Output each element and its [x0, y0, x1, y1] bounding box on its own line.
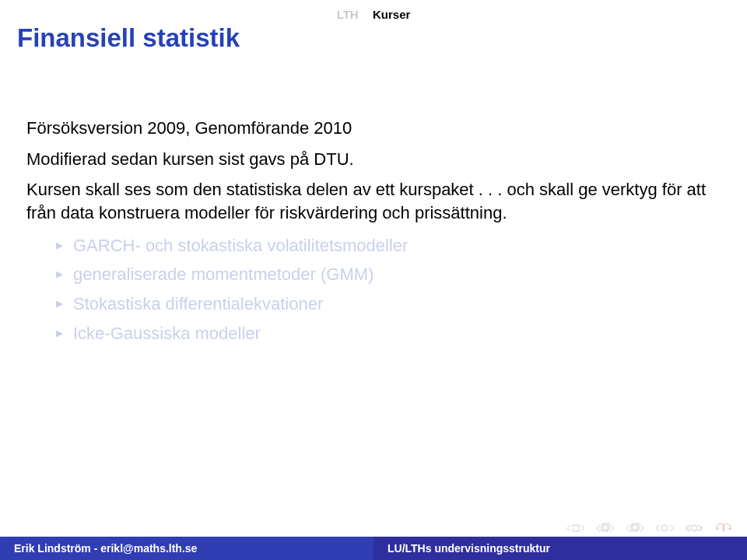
list-item-text: GARCH- och stokastiska volatilitetsmodel…: [73, 234, 721, 257]
slide-body: Försöksversion 2009, Genomförande 2010 M…: [26, 117, 721, 352]
triangle-bullet-icon: ▸: [56, 322, 73, 345]
triangle-bullet-icon: ▸: [56, 234, 73, 257]
list-item: ▸ Icke-Gaussiska modeller: [56, 322, 721, 345]
triangle-bullet-icon: ▸: [56, 292, 73, 316]
svg-rect-1: [601, 525, 608, 531]
nav-frame-group[interactable]: [594, 523, 616, 534]
footline-title: LU/LTHs undervisningsstruktur: [374, 537, 747, 560]
list-item-text: generaliserade momentmetoder (GMM): [73, 263, 721, 286]
list-item: ▸ Stokastiska differentialekvationer: [56, 292, 721, 316]
paragraph-1: Försöksversion 2009, Genomförande 2010: [26, 117, 721, 140]
section-nav: LTH Kurser: [0, 8, 747, 21]
footline-title-text: LU/LTHs undervisningsstruktur: [388, 542, 550, 555]
list-item-text: Stokastiska differentialekvationer: [73, 292, 721, 316]
list-item-text: Icke-Gaussiska modeller: [73, 322, 721, 345]
bullet-list: ▸ GARCH- och stokastiska volatilitetsmod…: [56, 234, 721, 345]
svg-rect-0: [573, 525, 579, 531]
nav-section-group[interactable]: [654, 523, 675, 534]
nav-item-kurser[interactable]: Kurser: [373, 8, 410, 21]
footline: Erik Lindström - erikl@maths.lth.se LU/L…: [0, 537, 747, 560]
footline-author: Erik Lindström - erikl@maths.lth.se: [0, 537, 374, 560]
svg-rect-2: [603, 523, 609, 530]
svg-rect-4: [633, 523, 639, 530]
list-item: ▸ generaliserade momentmetoder (GMM): [56, 263, 721, 286]
nav-back-forward-group[interactable]: [713, 523, 735, 534]
footline-author-text: Erik Lindström - erikl@maths.lth.se: [14, 542, 197, 555]
svg-point-7: [691, 525, 697, 531]
paragraph-3: Kursen skall ses som den statistiska del…: [26, 178, 721, 224]
paragraph-2: Modifierad sedan kursen sist gavs på DTU…: [26, 148, 721, 171]
nav-doc-group[interactable]: [683, 523, 705, 534]
list-item: ▸ GARCH- och stokastiska volatilitetsmod…: [56, 234, 721, 257]
triangle-bullet-icon: ▸: [56, 263, 73, 286]
svg-point-6: [661, 525, 668, 531]
nav-item-lth[interactable]: LTH: [337, 8, 359, 21]
nav-slide-group[interactable]: [565, 523, 587, 534]
beamer-nav-symbols: [565, 523, 735, 534]
slide-title: Finansiell statistik: [17, 23, 240, 53]
nav-subsection-group[interactable]: [624, 523, 646, 534]
